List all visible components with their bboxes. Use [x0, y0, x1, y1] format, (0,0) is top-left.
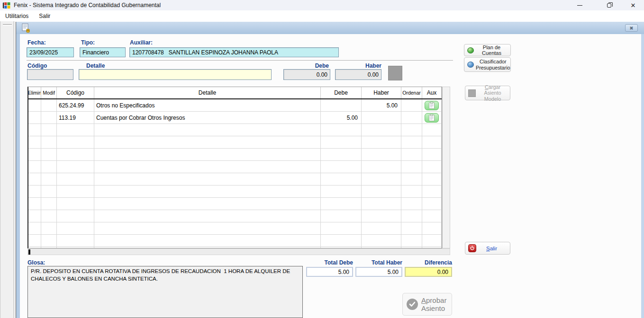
col-haber[interactable]: Haber [362, 87, 401, 98]
col-modif[interactable]: Modif [41, 87, 57, 98]
aux-detail-button[interactable] [425, 113, 439, 123]
cell-debe: 5.00 [321, 112, 362, 124]
cell-detalle [94, 198, 321, 210]
cell-modif [41, 198, 57, 210]
aux-detail-button[interactable] [425, 101, 439, 110]
table-row[interactable] [28, 173, 442, 186]
panel-grip-handle[interactable] [3, 24, 12, 26]
table-row[interactable] [28, 136, 442, 149]
cell-modif [41, 222, 57, 234]
table-row[interactable]: 113.19Cuentas por Cobrar Otros Ingresos5… [28, 112, 442, 124]
cell-detalle [94, 173, 321, 185]
cell-aux [422, 161, 442, 173]
cell-aux [422, 235, 442, 247]
cell-detalle [94, 222, 321, 234]
cell-elimin [28, 112, 41, 124]
cargar-asiento-label: Cargar Asiento Modelo [478, 84, 507, 102]
cell-ordenar [401, 198, 422, 210]
cell-elimin [28, 99, 41, 111]
fecha-label: Fecha: [27, 39, 46, 46]
cell-detalle: Cuentas por Cobrar Otros Ingresos [94, 112, 321, 124]
cell-aux [422, 222, 442, 234]
cargar-asiento-modelo-button[interactable]: Cargar Asiento Modelo [465, 86, 510, 100]
cell-codigo: 113.19 [57, 112, 94, 124]
close-icon [631, 1, 636, 9]
col-debe[interactable]: Debe [321, 87, 362, 98]
cell-detalle [94, 149, 321, 160]
plan-de-cuentas-button[interactable]: Plan de Cuentas [464, 44, 511, 56]
salir-button[interactable]: Salir [465, 242, 510, 255]
haber-entry-field[interactable]: 0.00 [335, 69, 381, 80]
child-titlebar [16, 22, 644, 34]
cell-aux [422, 198, 442, 210]
detalle-entry-label: Detalle [86, 62, 105, 69]
cell-detalle [94, 124, 321, 136]
cell-debe [321, 161, 362, 173]
table-row[interactable] [28, 124, 442, 136]
app-logo-icon [3, 2, 10, 9]
diferencia-field: 0.00 [405, 267, 452, 277]
cell-elimin [28, 235, 41, 247]
cell-elimin [28, 173, 41, 185]
codigo-entry-field[interactable] [27, 69, 73, 80]
green-sphere-icon [467, 47, 474, 53]
table-row[interactable] [28, 198, 442, 210]
cell-ordenar [401, 161, 422, 173]
total-haber-field: 5.00 [355, 267, 402, 277]
cell-debe [321, 210, 362, 222]
add-line-button[interactable] [388, 66, 402, 80]
table-row[interactable] [28, 161, 442, 173]
col-detalle[interactable]: Detalle [94, 87, 321, 98]
cell-haber [362, 210, 401, 222]
cell-haber [362, 124, 401, 136]
table-row[interactable] [28, 235, 442, 247]
col-elimin[interactable]: Elimin [28, 87, 41, 98]
child-close-button[interactable] [625, 24, 638, 32]
debe-entry-field[interactable]: 0.00 [283, 69, 330, 80]
clasificador-presupuestario-button[interactable]: Clasificador Presupuestario [464, 57, 511, 72]
auxiliar-field[interactable]: 1207708478 SANTILLAN ESPINOZA JOHANNA PA… [129, 47, 339, 57]
col-codigo[interactable]: Código [57, 87, 94, 98]
blue-sphere-icon [467, 62, 474, 68]
minimize-button[interactable] [569, 0, 590, 10]
table-horizontal-scrollbar[interactable] [27, 248, 450, 255]
table-row[interactable] [28, 222, 442, 235]
menu-utilitarios[interactable]: Utilitarios [0, 10, 34, 21]
cell-modif [41, 112, 57, 124]
total-debe-field: 5.00 [306, 267, 353, 277]
detalle-entry-field[interactable] [79, 69, 272, 80]
cell-haber [362, 161, 401, 173]
cell-codigo: 625.24.99 [57, 99, 94, 111]
tipo-field[interactable]: Financiero [80, 47, 126, 57]
cell-haber [362, 112, 401, 124]
cell-aux [422, 186, 442, 197]
cell-codigo [57, 222, 94, 234]
col-aux[interactable]: Aux [422, 87, 442, 98]
close-button[interactable] [622, 0, 644, 10]
table-row[interactable] [28, 149, 442, 161]
asiento-table: Elimin Modif Código Detalle Debe Haber O… [27, 87, 442, 248]
cell-detalle [94, 161, 321, 173]
table-vertical-scrollbar[interactable] [442, 87, 450, 248]
fecha-field[interactable]: 23/09/2025 [27, 47, 74, 57]
table-header-row: Elimin Modif Código Detalle Debe Haber O… [28, 87, 442, 99]
cell-ordenar [401, 173, 422, 185]
clasificador-label: Clasificador Presupuestario [476, 59, 510, 71]
cell-modif [41, 99, 57, 111]
glosa-textarea[interactable]: P/R. DEPOSITO EN CUENTA ROTATIVA DE INGR… [27, 266, 303, 318]
table-row[interactable] [28, 186, 442, 198]
left-collapsed-panel[interactable] [0, 21, 14, 318]
asiento-child-window: Fecha: Tipo: Auxiliar: 23/09/2025 Financ… [16, 22, 644, 318]
table-row[interactable]: 625.24.99Otros no Especificados5.00 [28, 99, 442, 112]
aprobar-asiento-button[interactable]: Aprobar Asiento [402, 293, 452, 316]
menu-salir[interactable]: Salir [34, 10, 55, 21]
cell-haber [362, 198, 401, 210]
cell-ordenar [401, 149, 422, 160]
restore-button[interactable] [598, 0, 620, 10]
cell-ordenar [401, 222, 422, 234]
horizontal-scrollbar-thumb[interactable] [28, 249, 30, 255]
table-row[interactable] [28, 210, 442, 222]
col-ordenar[interactable]: Ordenar [401, 87, 422, 98]
asiento-form: Fecha: Tipo: Auxiliar: 23/09/2025 Financ… [20, 34, 641, 318]
salir-label: Salir [486, 246, 497, 251]
